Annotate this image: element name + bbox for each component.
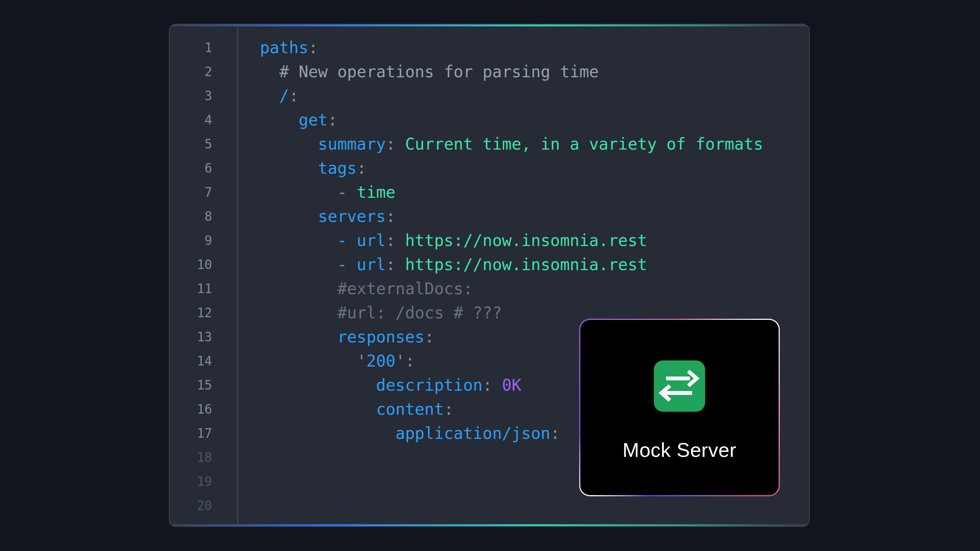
- code-token: :: [550, 424, 560, 443]
- code-line: - url: https://now.insomnia.rest: [260, 228, 809, 253]
- code-token: :: [386, 207, 395, 226]
- code-token: :: [308, 38, 318, 57]
- code-line: [260, 494, 809, 518]
- line-number: 15: [170, 373, 212, 397]
- line-number: 9: [170, 228, 212, 253]
- code-token: paths: [260, 38, 308, 57]
- mock-server-card-border: Mock Server: [579, 319, 780, 496]
- code-token: :: [483, 376, 502, 395]
- line-number: 12: [170, 301, 212, 325]
- code-token: :: [386, 135, 405, 153]
- line-number: 14: [170, 349, 212, 373]
- line-number: 7: [170, 180, 212, 204]
- line-number: 2: [170, 60, 212, 84]
- code-token: :: [444, 400, 453, 419]
- code-line: /:: [260, 84, 809, 108]
- code-token: :: [289, 86, 299, 105]
- code-token: summary: [318, 135, 386, 153]
- code-token: :: [425, 328, 434, 346]
- code-token: :: [357, 159, 366, 178]
- code-line: - time: [260, 180, 809, 204]
- line-number: 16: [170, 397, 212, 421]
- line-number: 4: [170, 108, 212, 132]
- line-number: 1: [170, 36, 212, 60]
- code-token: content: [376, 400, 444, 419]
- line-number: 19: [170, 469, 212, 494]
- transfer-arrows-icon: [654, 360, 705, 412]
- code-token: https://now.insomnia.rest: [405, 231, 647, 250]
- line-number: 13: [170, 325, 212, 349]
- code-token: ':: [395, 352, 415, 370]
- line-number: 10: [170, 253, 212, 277]
- line-number: 17: [170, 421, 212, 445]
- code-token: :: [386, 231, 405, 250]
- code-line: #externalDocs:: [260, 277, 809, 301]
- line-number: 3: [170, 84, 212, 108]
- code-line: paths:: [260, 36, 809, 60]
- code-token: time: [357, 183, 395, 202]
- code-token: :: [328, 111, 337, 129]
- line-number: 20: [170, 494, 212, 518]
- line-number: 5: [170, 132, 212, 156]
- code-line: tags:: [260, 156, 809, 180]
- code-token: application/json: [395, 424, 550, 443]
- code-token: ': [357, 352, 366, 370]
- code-line: - url: https://now.insomnia.rest: [260, 253, 809, 277]
- code-token: Current time, in a variety of formats: [405, 135, 763, 153]
- code-line: servers:: [260, 204, 809, 228]
- editor-bottom-accent-line: [170, 524, 809, 526]
- code-token: tags: [318, 159, 357, 178]
- code-line: # New operations for parsing time: [260, 60, 809, 84]
- code-token: - url: [337, 255, 385, 274]
- code-token: -: [337, 183, 357, 202]
- code-token: get: [299, 111, 328, 129]
- code-line: get:: [260, 108, 809, 132]
- code-line: summary: Current time, in a variety of f…: [260, 132, 809, 156]
- mock-server-label: Mock Server: [622, 439, 736, 461]
- page-background: { "window": { "background": "#12151d" },…: [0, 0, 980, 551]
- code-token: 0K: [502, 376, 521, 395]
- mock-server-card[interactable]: Mock Server: [580, 320, 779, 495]
- code-token: description: [376, 376, 482, 395]
- code-token: servers: [318, 207, 386, 226]
- line-number: 8: [170, 204, 212, 228]
- code-token: - url: [337, 231, 385, 250]
- code-token: #url: /docs # ???: [337, 303, 502, 322]
- code-token: :: [386, 255, 405, 274]
- line-number-gutter: 1234567891011121314151617181920: [170, 24, 237, 526]
- line-number: 11: [170, 277, 212, 301]
- line-number: 18: [170, 445, 212, 469]
- code-token: 200: [366, 352, 395, 370]
- code-token: # New operations for parsing time: [279, 62, 599, 81]
- code-token: /: [279, 86, 289, 105]
- line-number: 6: [170, 156, 212, 180]
- code-token: responses: [337, 328, 425, 346]
- code-token: https://now.insomnia.rest: [405, 255, 647, 274]
- editor-top-accent-line: [170, 24, 809, 26]
- code-token: #externalDocs:: [337, 279, 473, 298]
